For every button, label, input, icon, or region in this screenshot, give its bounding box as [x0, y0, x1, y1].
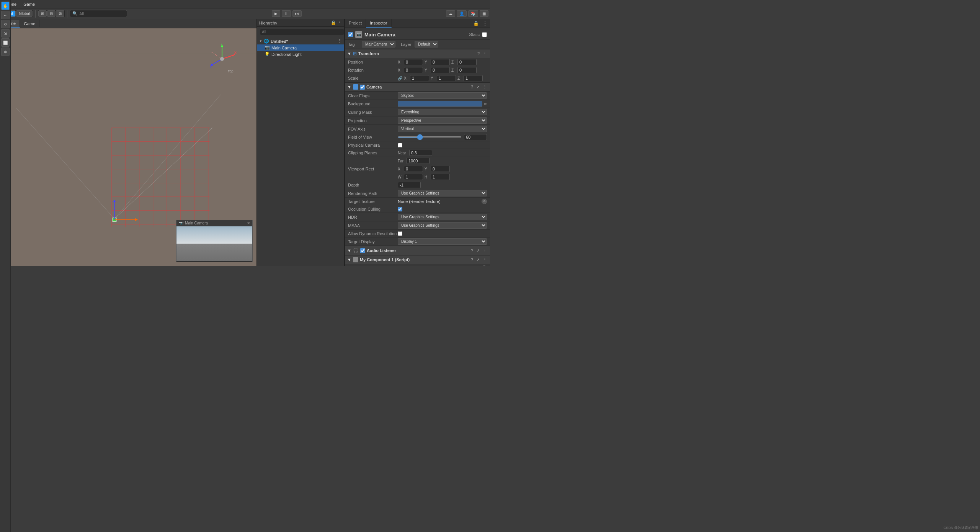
scale-z-input[interactable] [464, 75, 483, 81]
inspector-more-icon[interactable]: ⋮ [482, 21, 488, 26]
tab-project[interactable]: Project [345, 19, 366, 28]
scene-viewport[interactable]: X Y Z Top 📷 [0, 28, 256, 266]
object-name-input[interactable] [364, 32, 467, 38]
target-texture-picker-btn[interactable]: ⊙ [482, 199, 487, 204]
pos-z-input[interactable] [457, 59, 477, 65]
vp-w-input[interactable] [404, 174, 423, 180]
tab-inspector[interactable]: Inspector [366, 19, 391, 28]
hdr-dropdown[interactable]: Use Graphics Settings [398, 214, 487, 220]
transform-component-header[interactable]: ▼ ⊞ Transform ? ⋮ [345, 49, 490, 58]
hierarchy-menu-icon[interactable]: ⋮ [338, 20, 342, 25]
vp-x-input[interactable] [404, 166, 423, 172]
search-input[interactable] [79, 11, 118, 16]
fov-axis-dropdown[interactable]: Vertical [398, 126, 487, 132]
physical-camera-checkbox[interactable] [398, 143, 402, 147]
viewport-rect-wh-fields: W H [398, 174, 450, 180]
account-btn[interactable]: 👤 [457, 10, 467, 17]
layout-btn-2[interactable]: ⊟ [47, 10, 56, 17]
audio-icon: 🎧 [353, 248, 359, 253]
pos-x-input[interactable] [404, 59, 423, 65]
tag-dropdown[interactable]: MainCamera [362, 41, 395, 47]
global-button[interactable]: Global [16, 10, 33, 17]
camera-enabled-checkbox[interactable] [360, 85, 365, 90]
msaa-row: MSAA Use Graphics Settings [345, 221, 490, 230]
audio-help-icon[interactable]: ? [470, 248, 474, 253]
hierarchy-scene-item[interactable]: ▼ 🌐 Untitled* ⋮ [257, 38, 344, 44]
camera-settings-icon[interactable]: ↗ [475, 85, 480, 90]
pause-button[interactable]: ⏸ [282, 10, 291, 17]
my-component-menu-icon[interactable]: ⋮ [482, 257, 488, 262]
hierarchy-item-dir-light[interactable]: 💡 Directional Light [257, 51, 344, 57]
audio-listener-header[interactable]: ▼ 🎧 Audio Listener ? ↗ ⋮ [345, 246, 490, 255]
hierarchy-lock-icon[interactable]: 🔒 [331, 20, 336, 25]
object-active-checkbox[interactable] [348, 32, 353, 37]
inspector-lock-icon[interactable]: 🔒 [472, 21, 480, 26]
culling-mask-dropdown[interactable]: Everything [398, 109, 487, 115]
layout-btn[interactable]: ▦ [480, 10, 488, 17]
scale-tool[interactable]: ⇲ [1, 29, 10, 38]
rotate-tool[interactable]: ↺ [1, 20, 10, 28]
scene-menu-icon[interactable]: ⋮ [338, 39, 342, 44]
hierarchy-search[interactable] [260, 29, 344, 35]
hierarchy-item-main-camera[interactable]: 📷 Main Camera [257, 44, 344, 51]
rot-z-input[interactable] [457, 67, 477, 73]
transform-help-icon[interactable]: ? [477, 51, 480, 56]
rot-x-input[interactable] [404, 67, 423, 73]
depth-input[interactable] [398, 182, 421, 188]
msaa-dropdown[interactable]: Use Graphics Settings [398, 222, 487, 229]
fov-value-input[interactable] [464, 134, 487, 140]
far-input[interactable] [407, 158, 430, 164]
vp-h-input[interactable] [431, 174, 450, 180]
play-button[interactable]: ▶ [272, 10, 280, 17]
camera-preview-close[interactable]: ✕ [247, 221, 250, 225]
my-component-settings-icon[interactable]: ↗ [475, 257, 480, 262]
layers-btn[interactable]: 📚 [468, 10, 478, 17]
my-component-header[interactable]: ▼ My Component 1 (Script) ? ↗ ⋮ [345, 255, 490, 264]
rot-y-input[interactable] [431, 67, 450, 73]
pos-y-input[interactable] [431, 59, 450, 65]
rendering-path-dropdown[interactable]: Use Graphics Settings [398, 190, 487, 196]
projection-dropdown[interactable]: Perspective [398, 117, 487, 124]
object-header: 📷 Static [345, 29, 490, 40]
layer-dropdown[interactable]: Default [415, 41, 438, 47]
toolbar-search[interactable]: 🔍 [70, 10, 127, 17]
step-button[interactable]: ⏭ [292, 10, 302, 17]
vp-y-label: Y [425, 167, 429, 171]
layout-btn-3[interactable]: ⊠ [56, 10, 64, 17]
camera-help-icon[interactable]: ? [470, 85, 474, 89]
camera-preview-viewport [176, 226, 252, 261]
scale-y-input[interactable] [437, 75, 456, 81]
background-color-swatch[interactable] [398, 101, 482, 107]
layout-btn-1[interactable]: ⊞ [38, 10, 47, 17]
depth-label: Depth [348, 183, 398, 187]
audio-listener-checkbox[interactable] [360, 248, 365, 253]
camera-preview-icon: 📷 [179, 221, 183, 225]
hierarchy-search-bar [257, 27, 344, 37]
vp-y-input[interactable] [431, 166, 450, 172]
near-input[interactable] [409, 150, 432, 156]
transform-menu-icon[interactable]: ⋮ [482, 51, 488, 56]
rect-tool[interactable]: ⬜ [1, 38, 10, 47]
cloud-btn[interactable]: ☁ [446, 10, 455, 17]
static-checkbox[interactable] [482, 32, 487, 37]
scene-gizmo[interactable]: X Y Z Top [207, 44, 237, 74]
vp-w-label: W [398, 175, 402, 179]
camera-component-header[interactable]: ▼ Camera ? ↗ ⋮ [345, 82, 490, 92]
occlusion-culling-checkbox[interactable] [398, 207, 402, 211]
clear-flags-dropdown[interactable]: Skybox [398, 92, 487, 99]
my-component-help-icon[interactable]: ? [470, 257, 474, 262]
transform-tool[interactable]: ⊕ [1, 47, 10, 56]
scale-x-input[interactable] [410, 75, 429, 81]
camera-menu-icon[interactable]: ⋮ [482, 85, 488, 90]
fov-slider[interactable] [398, 136, 462, 138]
target-display-dropdown[interactable]: Display 1 [398, 238, 487, 245]
allow-dynamic-checkbox[interactable] [398, 231, 402, 236]
audio-settings-icon[interactable]: ↗ [475, 248, 480, 253]
hdr-label: HDR [348, 215, 398, 219]
audio-menu-icon[interactable]: ⋮ [482, 248, 488, 253]
menu-game[interactable]: Game [20, 1, 38, 7]
tab-game[interactable]: Game [20, 20, 39, 27]
script-picker-btn[interactable]: ⊙ [482, 265, 487, 266]
fov-row: Field of View [345, 133, 490, 141]
background-color-edit-icon[interactable]: ✏ [484, 102, 487, 106]
